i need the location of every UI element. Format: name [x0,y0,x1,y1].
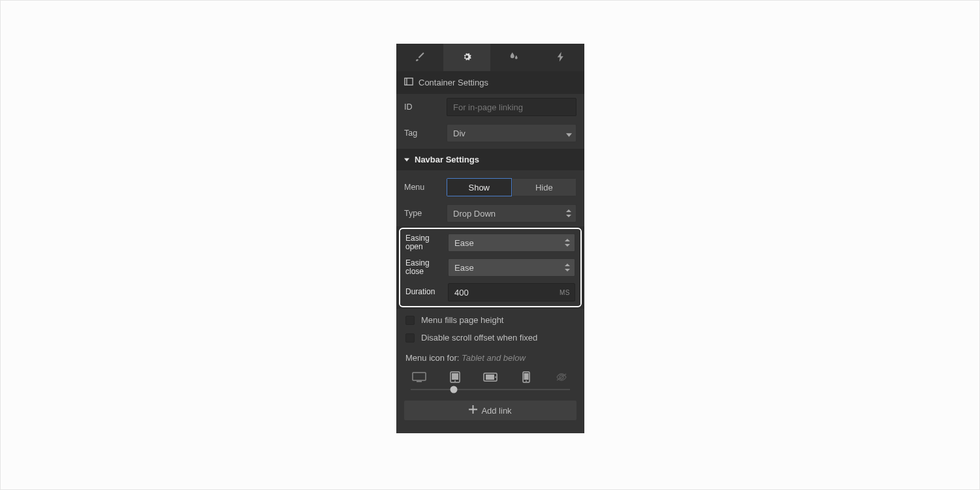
breakpoint-desktop[interactable] [411,371,428,385]
easing-duration-group: Easing open Ease Easing close Ease [399,228,582,307]
duration-label: Duration [405,288,441,296]
menu-fills-checkbox[interactable] [405,316,415,325]
svg-point-9 [495,376,496,378]
gear-icon [461,51,473,65]
disable-scroll-row: Disable scroll offset when fixed [396,329,584,346]
tab-effects[interactable] [490,44,537,71]
menu-icon-for-row: Menu icon for: Tablet and below [396,346,584,365]
breakpoint-portrait[interactable] [518,371,535,385]
breakpoint-none[interactable] [553,371,570,385]
svg-point-12 [526,380,527,382]
breakpoint-selector [396,365,584,386]
easing-close-label: Easing close [405,259,441,276]
sort-icon [566,209,571,217]
panel-tabs [396,44,584,71]
type-value: Drop Down [453,209,496,219]
menu-toggle: Show Hide [447,178,577,196]
menu-icon-for-value: Tablet and below [462,353,526,363]
id-input[interactable] [447,98,577,116]
svg-rect-5 [452,373,458,380]
easing-open-row: Easing open Ease [400,230,580,255]
sort-icon [565,239,570,247]
easing-close-row: Easing close Ease [400,255,580,280]
svg-rect-0 [405,78,413,85]
brush-icon [414,51,426,65]
breakpoint-tablet[interactable] [447,371,464,385]
svg-point-6 [454,380,456,382]
tag-value: Div [453,129,466,138]
disable-scroll-label: Disable scroll offset when fixed [421,333,537,343]
id-row: ID [396,94,584,120]
plus-icon [469,405,477,416]
phone-portrait-icon [522,371,530,385]
disable-scroll-checkbox[interactable] [405,333,415,343]
drops-icon [508,51,520,65]
desktop-icon [412,372,426,384]
tag-label: Tag [404,129,440,138]
type-select[interactable]: Drop Down [447,204,577,222]
svg-rect-11 [524,373,528,380]
breakpoint-landscape[interactable] [482,371,499,385]
sort-icon [565,264,570,271]
tablet-icon [450,371,460,385]
tag-row: Tag Div [396,120,584,149]
tab-interactions[interactable] [537,44,584,71]
svg-rect-2 [413,373,426,380]
menu-hide-option[interactable]: Hide [512,178,577,196]
menu-fills-label: Menu fills page height [421,315,503,325]
breakpoint-slider[interactable] [396,386,584,399]
easing-open-select[interactable]: Ease [448,234,575,252]
slider-thumb[interactable] [450,386,457,393]
duration-input[interactable] [448,283,575,301]
duration-unit: MS [560,289,570,296]
menu-fills-row: Menu fills page height [396,309,584,329]
easing-close-select[interactable]: Ease [448,258,575,277]
triangle-down-icon [404,155,409,164]
id-label: ID [404,102,440,112]
phone-landscape-icon [483,373,498,384]
easing-open-value: Ease [454,238,474,248]
type-row: Type Drop Down [396,200,584,226]
navbar-settings-title: Navbar Settings [415,155,479,164]
easing-close-value: Ease [454,263,474,273]
menu-show-option[interactable]: Show [447,178,512,196]
svg-rect-3 [417,381,422,382]
tab-style[interactable] [396,44,443,71]
menu-icon-for-label: Menu icon for: [405,353,462,363]
add-link-button[interactable]: Add link [404,401,577,420]
menu-row: Menu Show Hide [396,170,584,200]
container-settings-header: Container Settings [396,71,584,94]
container-settings-title: Container Settings [419,78,488,87]
tab-settings[interactable] [443,44,490,71]
container-icon [404,77,413,88]
type-label: Type [404,209,440,218]
easing-open-label: Easing open [405,234,441,251]
svg-rect-8 [486,375,494,380]
menu-label: Menu [404,183,440,192]
settings-panel: Container Settings ID Tag Div Navbar Set… [396,44,584,433]
bolt-icon [555,51,567,65]
duration-row: Duration MS [400,280,580,305]
navbar-settings-header[interactable]: Navbar Settings [396,149,584,170]
add-link-label: Add link [481,406,511,416]
eye-off-icon [556,373,567,384]
chevron-down-icon [566,129,571,137]
tag-select[interactable]: Div [447,124,577,142]
